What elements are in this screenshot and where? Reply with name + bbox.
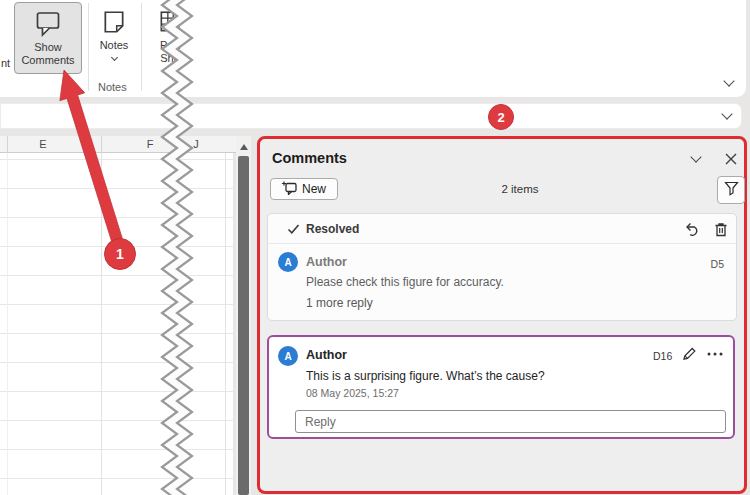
new-comment-icon — [282, 181, 297, 198]
comment-author: Author — [306, 255, 347, 269]
notes-button-label: Notes — [100, 39, 129, 52]
collapse-pane-chevron-icon[interactable] — [690, 151, 701, 162]
resolved-status-label: Resolved — [306, 222, 359, 236]
new-comment-button[interactable]: New — [270, 178, 338, 200]
comment-timestamp: 08 May 2025, 15:27 — [306, 387, 399, 399]
comment-message: This is a surprising figure. What’s the … — [306, 369, 545, 383]
comment-message: Please check this figure for accuracy. — [306, 275, 504, 289]
annotation-callout-1: 1 — [104, 238, 136, 270]
ribbon-group-separator — [141, 3, 142, 91]
reopen-thread-icon[interactable] — [685, 222, 701, 238]
scroll-up-arrow-icon[interactable] — [240, 144, 248, 150]
reply-input[interactable] — [295, 410, 726, 433]
active-comment-card[interactable]: A Author D16 This is a surprising figure… — [267, 335, 735, 439]
filter-funnel-icon — [724, 181, 739, 200]
column-gridline — [225, 136, 226, 495]
edit-comment-pencil-icon[interactable] — [681, 346, 697, 362]
avatar: A — [278, 252, 298, 272]
notes-button[interactable]: Notes — [91, 2, 137, 74]
column-gridline — [7, 136, 8, 495]
header-separator — [7, 136, 8, 153]
header-separator — [101, 136, 102, 153]
delete-thread-icon[interactable] — [713, 222, 729, 238]
protect-sheet-label-line2: She — [160, 52, 180, 65]
checkmark-icon — [287, 223, 300, 235]
notes-dropdown-chevron-icon — [110, 54, 117, 61]
more-replies-link[interactable]: 1 more reply — [306, 296, 373, 310]
cropped-ribbon-button-label: nt — [1, 57, 10, 69]
comments-pane: Comments New 2 items Resolv — [257, 136, 747, 494]
column-header-e[interactable]: E — [28, 138, 58, 150]
resolved-comment-card[interactable]: Resolved A Author D5 Please check this f… — [267, 213, 737, 321]
notes-group-label: Notes — [98, 81, 127, 93]
formula-bar[interactable] — [0, 103, 742, 129]
column-header-f[interactable]: F — [135, 138, 165, 150]
protect-sheet-label-line1: Prot — [160, 39, 180, 52]
expand-formula-bar-chevron-icon[interactable] — [721, 108, 732, 119]
comment-author: Author — [306, 348, 347, 362]
ribbon-group-separator — [88, 3, 89, 91]
show-comments-label-line2: Comments — [21, 54, 74, 67]
column-header-row[interactable]: E F J — [0, 136, 236, 153]
note-icon — [101, 9, 127, 39]
comment-cell-reference: D16 — [653, 350, 672, 362]
new-comment-label: New — [302, 182, 326, 196]
column-header-j[interactable]: J — [181, 138, 211, 150]
avatar: A — [278, 346, 298, 366]
close-pane-icon[interactable] — [724, 152, 738, 166]
column-gridline — [101, 136, 102, 495]
filter-comments-button[interactable] — [717, 176, 745, 204]
comments-count: 2 items — [440, 183, 600, 195]
comments-pane-title: Comments — [272, 150, 347, 166]
vertical-scrollbar-thumb[interactable] — [238, 156, 249, 495]
protect-sheet-icon — [157, 9, 183, 39]
more-actions-icon[interactable] — [706, 351, 724, 357]
ribbon: nt Show Comments Notes Notes — [0, 0, 746, 97]
protect-sheet-button[interactable]: Prot She — [144, 2, 196, 74]
comment-cell-reference: D5 — [711, 258, 724, 270]
collapse-ribbon-chevron-icon[interactable] — [723, 75, 734, 86]
resolved-header-row: Resolved — [268, 214, 736, 244]
grid-lines — [0, 131, 233, 495]
comment-bubble-icon — [34, 9, 62, 41]
show-comments-label-line1: Show — [34, 41, 62, 54]
show-comments-button[interactable]: Show Comments — [14, 2, 82, 74]
annotation-callout-2: 2 — [488, 104, 514, 130]
